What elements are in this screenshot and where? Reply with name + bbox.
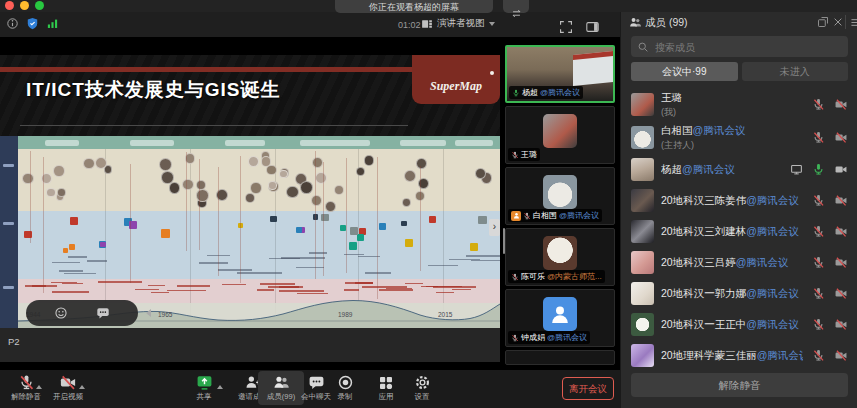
watching-banner: 你正在观看杨超的屏幕 bbox=[335, 0, 493, 13]
thumbnail-name-pill: 钟成娟@腾讯会议 bbox=[508, 331, 590, 344]
mic-muted-icon bbox=[18, 374, 35, 391]
reaction-toolbar bbox=[26, 300, 138, 326]
mic-muted-icon[interactable] bbox=[812, 225, 825, 238]
camera-muted-icon[interactable] bbox=[834, 131, 848, 144]
member-name: 王璐 bbox=[661, 91, 682, 103]
search-input[interactable] bbox=[653, 36, 845, 59]
video-thumbnail-wanglu[interactable]: 王璐 bbox=[505, 106, 615, 164]
video-thumbnail-chenkele[interactable]: 陈可乐@内蒙古师范... bbox=[505, 228, 615, 286]
brand-logo: SuperMap bbox=[412, 79, 500, 94]
view-mode-switcher[interactable]: 演讲者视图 bbox=[421, 17, 495, 30]
member-row[interactable]: 20地科汉一王正中@腾讯会议 bbox=[621, 309, 857, 340]
camera-muted-icon[interactable] bbox=[834, 194, 848, 207]
slide-underline bbox=[20, 125, 408, 126]
popout-icon[interactable] bbox=[817, 16, 829, 28]
mic-muted-icon bbox=[511, 273, 519, 281]
emoji-reaction-icon[interactable] bbox=[54, 306, 68, 320]
unmute-button[interactable]: 解除静音 bbox=[631, 373, 848, 397]
toolbar-settings-button[interactable]: 设置 bbox=[399, 373, 445, 402]
member-list: 王璐 (我) 白相国@腾讯会议 (主持人) 杨超@腾讯会议 bbox=[621, 88, 857, 371]
fullscreen-button[interactable] bbox=[559, 17, 573, 35]
avatar bbox=[631, 220, 654, 243]
member-name: 20地理科学蒙三佳丽 bbox=[661, 349, 757, 361]
members-icon bbox=[629, 16, 642, 29]
member-role: (我) bbox=[661, 106, 803, 119]
participant-name: 白相国 bbox=[533, 210, 557, 221]
video-thumbnail-yangchao[interactable]: 杨超@腾讯会议 bbox=[505, 45, 615, 103]
security-shield-icon[interactable] bbox=[26, 17, 39, 30]
network-signal-icon[interactable] bbox=[46, 17, 59, 30]
member-row[interactable]: 20地科汉三陈姜伟@腾讯会议 bbox=[621, 185, 857, 216]
member-row[interactable]: 20地科汉三吕婷@腾讯会议 bbox=[621, 247, 857, 278]
info-icon[interactable] bbox=[6, 17, 19, 30]
camera-muted-icon[interactable] bbox=[834, 287, 848, 300]
switch-screen-button[interactable] bbox=[503, 0, 529, 13]
avatar bbox=[631, 251, 654, 274]
side-panel-toggle-button[interactable] bbox=[585, 17, 600, 35]
close-icon[interactable] bbox=[832, 16, 844, 28]
mac-minimize-button[interactable] bbox=[20, 1, 29, 10]
mac-zoom-button[interactable] bbox=[35, 1, 44, 10]
whiteboard-shape bbox=[573, 51, 613, 87]
mic-muted-icon[interactable] bbox=[812, 194, 825, 207]
member-row[interactable]: 20地科汉一郭力娜@腾讯会议 bbox=[621, 278, 857, 309]
more-menu-icon[interactable] bbox=[849, 16, 857, 29]
apps-icon bbox=[378, 375, 394, 391]
avatar bbox=[631, 344, 654, 367]
layout-icon bbox=[421, 18, 433, 30]
video-thumbnail-partial[interactable] bbox=[505, 350, 615, 365]
member-role: (主持人) bbox=[661, 139, 803, 152]
record-icon bbox=[337, 374, 354, 391]
toolbar-share-button[interactable]: 共享 bbox=[181, 373, 227, 402]
member-name: 20地科汉三刘建林 bbox=[661, 225, 746, 237]
video-thumbnail-zhongchengjuan[interactable]: 钟成娟@腾讯会议 bbox=[505, 289, 615, 347]
camera-muted-icon[interactable] bbox=[834, 349, 848, 362]
camera-muted-icon[interactable] bbox=[834, 225, 848, 238]
member-org: @腾讯会议 bbox=[746, 194, 799, 206]
camera-muted-icon[interactable] bbox=[834, 318, 848, 331]
timeline-left-column bbox=[0, 136, 18, 328]
mic-muted-icon bbox=[511, 334, 519, 342]
participant-name: 杨超 bbox=[522, 87, 538, 98]
settings-icon bbox=[414, 374, 431, 391]
tab-not-joined[interactable]: 未进入 bbox=[742, 62, 849, 81]
mic-muted-icon[interactable] bbox=[812, 287, 825, 300]
tab-in-meeting[interactable]: 会议中·99 bbox=[631, 62, 738, 81]
default-avatar bbox=[543, 297, 577, 331]
mic-on-icon[interactable] bbox=[812, 163, 825, 176]
chevron-up-icon[interactable] bbox=[79, 385, 85, 389]
member-row[interactable]: 王璐 (我) bbox=[621, 88, 857, 121]
mac-close-button[interactable] bbox=[5, 1, 14, 10]
mic-on-icon bbox=[512, 89, 520, 97]
screen-sharing-icon[interactable] bbox=[790, 163, 803, 176]
member-row[interactable]: 20地理科学蒙三佳丽@腾讯会议 bbox=[621, 340, 857, 371]
comment-icon[interactable] bbox=[96, 306, 110, 320]
next-slide-chevron[interactable]: › bbox=[489, 219, 500, 236]
chevron-up-icon[interactable] bbox=[217, 385, 223, 389]
mic-muted-icon[interactable] bbox=[812, 256, 825, 269]
slide-red-strip bbox=[0, 67, 412, 72]
thumbnail-name-pill: 杨超@腾讯会议 bbox=[509, 86, 583, 99]
member-tabs: 会议中·99 未进入 bbox=[631, 62, 848, 81]
meeting-menubar: 01:02 演讲者视图 bbox=[0, 12, 620, 37]
avatar bbox=[543, 236, 577, 270]
mic-muted-icon[interactable] bbox=[812, 349, 825, 362]
member-row[interactable]: 20地科汉三刘建林@腾讯会议 bbox=[621, 216, 857, 247]
member-row[interactable]: 白相国@腾讯会议 (主持人) bbox=[621, 121, 857, 154]
video-thumbnail-baixiangguo[interactable]: 白相国@腾讯会议 bbox=[505, 167, 615, 225]
toolbar-record-button[interactable]: 录制 bbox=[322, 373, 368, 402]
mic-muted-icon[interactable] bbox=[812, 318, 825, 331]
mic-muted-icon[interactable] bbox=[812, 98, 825, 111]
mic-muted-icon[interactable] bbox=[812, 131, 825, 144]
member-name: 20地科汉三陈姜伟 bbox=[661, 194, 746, 206]
leave-meeting-button[interactable]: 离开会议 bbox=[562, 377, 614, 400]
panel-toggle-icon bbox=[585, 20, 600, 34]
toolbar-start-video-button[interactable]: 开启视频 bbox=[42, 373, 94, 402]
collapse-arrow-icon[interactable] bbox=[146, 309, 151, 317]
camera-muted-icon[interactable] bbox=[834, 98, 848, 111]
camera-muted-icon[interactable] bbox=[834, 256, 848, 269]
member-row[interactable]: 杨超@腾讯会议 bbox=[621, 154, 857, 185]
camera-on-icon[interactable] bbox=[834, 163, 848, 176]
timeline-year: 2015 bbox=[438, 311, 452, 318]
fullscreen-icon bbox=[559, 20, 573, 34]
